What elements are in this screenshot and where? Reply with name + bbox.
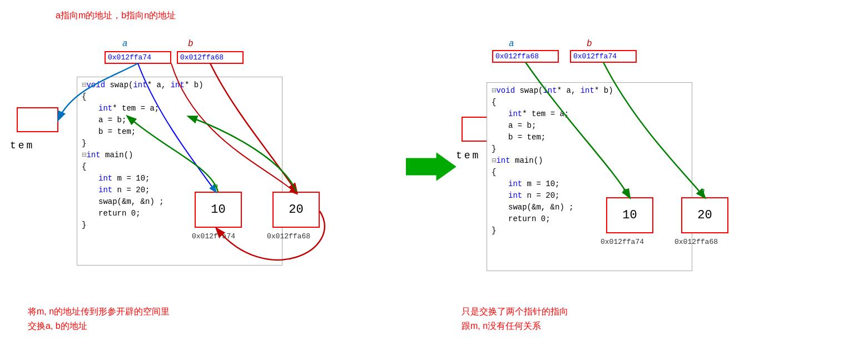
left-bottom-text: 将m, n的地址传到形参开辟的空间里 交换a, b的地址 xyxy=(28,304,170,333)
left-addr-a: 0x012ffa74 xyxy=(105,51,171,64)
rcode-line-11: swap(&m, &n) ; xyxy=(492,202,687,213)
left-m-label: m xyxy=(212,182,218,192)
rcode-line-5: b = tem; xyxy=(492,132,687,143)
right-bottom-text: 只是交换了两个指针的指向 跟m, n没有任何关系 xyxy=(462,304,568,333)
left-tem-label: tem xyxy=(10,140,34,151)
code-line-11: swap(&m, &n) ; xyxy=(82,196,277,208)
svg-marker-0 xyxy=(406,153,456,181)
rcode-line-1: ⊟void swap(int* a, int* b) xyxy=(492,85,687,97)
right-addr-b: 0x012ffa74 xyxy=(570,50,637,63)
code-line-8: { xyxy=(82,161,277,173)
right-m-box: 10 xyxy=(606,197,653,233)
code-line-5: b = tem; xyxy=(82,126,277,138)
rcode-line-7: ⊟int main() xyxy=(492,155,687,167)
code-line-12: return 0; xyxy=(82,208,277,219)
left-m-box: 10 xyxy=(195,192,242,228)
code-line-7: ⊟int main() xyxy=(82,149,277,161)
code-line-10: int n = 20; xyxy=(82,184,277,196)
left-addr-n-label: 0x012ffa68 xyxy=(267,232,310,241)
right-panel: a b 0x012ffa68 0x012ffa74 tem ⊟void swap… xyxy=(456,0,868,350)
rcode-line-9: int m = 10; xyxy=(492,178,687,190)
right-label-b: b xyxy=(587,39,592,49)
left-n-box: 20 xyxy=(272,192,320,228)
left-annotation: a指向m的地址，b指向n的地址 xyxy=(56,10,176,22)
right-tem-label: tem xyxy=(456,150,480,161)
left-addr-b: 0x012ffa68 xyxy=(177,51,244,64)
left-n-label: n xyxy=(290,182,296,192)
code-line-1: ⊟void swap(int* a, int* b) xyxy=(82,79,277,91)
rcode-line-2: { xyxy=(492,97,687,108)
rcode-line-12: return 0; xyxy=(492,213,687,225)
code-line-2: { xyxy=(82,91,277,103)
right-addr-m-label: 0x012ffa74 xyxy=(601,238,644,246)
right-addr-a: 0x012ffa68 xyxy=(492,50,559,63)
left-panel: a指向m的地址，b指向n的地址 a b 0x012ffa74 0x012ffa6… xyxy=(0,0,423,350)
rcode-line-6: } xyxy=(492,143,687,155)
right-n-label: n xyxy=(700,187,705,197)
right-m-label: m xyxy=(623,187,628,197)
transition-arrow xyxy=(406,150,456,183)
code-line-9: int m = 10; xyxy=(82,173,277,184)
right-label-a: a xyxy=(509,39,514,49)
right-n-box: 20 xyxy=(681,197,728,233)
main-container: a指向m的地址，b指向n的地址 a b 0x012ffa74 0x012ffa6… xyxy=(0,0,868,350)
code-line-3: int* tem = a; xyxy=(82,103,277,114)
rcode-line-10: int n = 20; xyxy=(492,190,687,202)
left-addr-m-label: 0x012ffa74 xyxy=(192,232,235,241)
right-code: ⊟void swap(int* a, int* b) { int* tem = … xyxy=(487,82,692,271)
left-label-b: b xyxy=(188,39,194,49)
rcode-line-3: int* tem = a; xyxy=(492,108,687,120)
left-label-a: a xyxy=(122,39,128,49)
right-addr-n-label: 0x012ffa68 xyxy=(674,238,718,246)
rcode-line-8: { xyxy=(492,167,687,178)
code-line-6: } xyxy=(82,138,277,149)
rcode-line-4: a = b; xyxy=(492,120,687,132)
left-tem-box xyxy=(17,107,58,132)
code-line-13: } xyxy=(82,219,277,231)
left-code: ⊟void swap(int* a, int* b) { int* tem = … xyxy=(77,77,282,266)
rcode-line-13: } xyxy=(492,225,687,237)
code-line-4: a = b; xyxy=(82,114,277,126)
